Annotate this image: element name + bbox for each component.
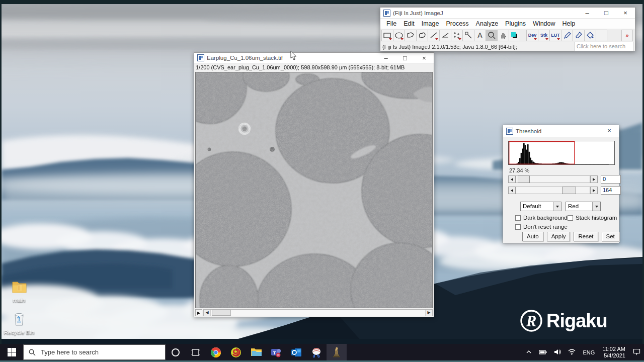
search-icon — [29, 349, 36, 356]
point-tool[interactable] — [451, 30, 462, 41]
imagej-taskbar-button[interactable] — [327, 344, 347, 360]
text-tool[interactable]: A — [474, 30, 486, 41]
threshold-titlebar[interactable]: Threshold × — [503, 125, 619, 137]
outlook-button[interactable] — [286, 344, 306, 360]
wand-tool[interactable] — [462, 30, 474, 41]
desktop-icon-recycle-bin[interactable]: Recycle Bin — [2, 311, 37, 335]
scroll-right-arrow[interactable]: ▶ — [425, 310, 432, 316]
wifi-icon[interactable] — [568, 349, 576, 356]
threshold-method-dropdown[interactable]: Default — [520, 202, 561, 211]
polygon-tool[interactable] — [405, 30, 416, 41]
media-app-button[interactable] — [226, 344, 246, 360]
angle-tool[interactable] — [439, 30, 451, 41]
snip-icon — [311, 347, 322, 358]
screen-top-edge — [0, 0, 644, 4]
more-tools-button[interactable]: » — [621, 30, 633, 41]
taskbar: Type here to search — [0, 344, 644, 360]
menu-process[interactable]: Process — [442, 20, 472, 27]
imagej-main-window: (Fiji Is Just) ImageJ – □ × File Edit Im… — [380, 7, 635, 51]
dont-reset-range-checkbox[interactable]: Don't reset range — [515, 224, 568, 230]
set-button[interactable]: Set — [602, 232, 619, 241]
flood-fill-tool[interactable] — [584, 30, 596, 41]
dropdown-arrow-icon[interactable] — [553, 202, 561, 211]
windows-logo-icon — [8, 348, 16, 356]
maximize-button[interactable]: □ — [395, 53, 415, 63]
slider-left-arrow[interactable] — [508, 175, 516, 183]
start-button[interactable] — [0, 344, 23, 360]
slider-right-arrow[interactable] — [590, 175, 598, 183]
slider-left-arrow[interactable] — [508, 187, 516, 194]
outlook-icon — [291, 347, 302, 358]
min-threshold-slider[interactable]: 0 — [508, 175, 621, 183]
action-center-icon[interactable] — [633, 348, 640, 356]
battery-icon[interactable] — [539, 349, 547, 356]
taskbar-clock[interactable]: 11:02 AM 5/4/2021 — [602, 346, 625, 359]
close-button[interactable]: × — [600, 125, 619, 137]
menu-file[interactable]: File — [383, 20, 400, 27]
menu-edit[interactable]: Edit — [400, 20, 418, 27]
minimize-button[interactable]: – — [376, 53, 395, 63]
reset-button[interactable]: Reset — [574, 232, 598, 241]
speaker-icon[interactable] — [554, 349, 561, 356]
cortana-icon — [171, 348, 180, 357]
scroll-left-arrow[interactable]: ◀ — [204, 310, 211, 316]
lut-tool[interactable]: LUT — [549, 30, 561, 41]
stack-image-window: Earplug_Cu_1.06um_stack.tif – □ × 1/200 … — [194, 52, 434, 317]
oval-tool[interactable] — [393, 30, 405, 41]
apply-button[interactable]: Apply — [547, 232, 571, 241]
threshold-display-dropdown[interactable]: Red — [566, 202, 601, 211]
menu-analyze[interactable]: Analyze — [472, 20, 502, 27]
maximize-button[interactable]: □ — [597, 8, 616, 18]
scroll-thumb[interactable] — [212, 310, 231, 316]
freehand-tool[interactable] — [416, 30, 428, 41]
snip-app-button[interactable] — [306, 344, 327, 360]
max-threshold-slider[interactable]: 164 — [508, 187, 621, 194]
taskbar-search-box[interactable]: Type here to search — [23, 344, 166, 360]
dropdown-arrow-icon[interactable] — [592, 202, 600, 211]
desktop-icon-main[interactable]: main — [2, 279, 37, 303]
dev-tool[interactable]: Dev — [526, 30, 538, 41]
close-button[interactable]: × — [616, 8, 635, 18]
stk-tool[interactable]: Stk — [538, 30, 549, 41]
menu-help[interactable]: Help — [559, 20, 579, 27]
imagej-taskbar-icon — [332, 346, 342, 358]
tray-chevron-icon[interactable] — [526, 349, 532, 356]
imagej-titlebar[interactable]: (Fiji Is Just) ImageJ – □ × — [380, 8, 635, 19]
slider-right-arrow[interactable] — [590, 187, 598, 194]
svg-text:A: A — [477, 31, 482, 39]
min-threshold-field[interactable]: 0 — [601, 175, 621, 184]
zoom-tool[interactable] — [486, 30, 497, 41]
dark-background-checkbox[interactable]: Dark background — [515, 215, 568, 221]
line-tool[interactable] — [428, 30, 439, 41]
file-explorer-button[interactable] — [246, 344, 266, 360]
stack-play-button[interactable]: ▶ — [195, 309, 202, 316]
chrome-taskbar-button[interactable] — [206, 344, 226, 360]
menu-image[interactable]: Image — [418, 20, 443, 27]
close-button[interactable]: × — [415, 53, 434, 63]
brush-tool[interactable] — [573, 30, 584, 41]
task-view-button[interactable] — [186, 344, 206, 360]
scroll-track[interactable] — [211, 310, 425, 316]
stack-slice-scrollbar[interactable]: ◀ ▶ — [203, 309, 433, 316]
chrome-icon — [210, 347, 221, 358]
task-view-icon — [191, 348, 200, 357]
svg-text:R: R — [526, 312, 537, 330]
language-indicator[interactable]: ENG — [583, 349, 595, 355]
tray-date: 5/4/2021 — [602, 352, 625, 359]
cortana-button[interactable] — [166, 344, 186, 360]
imagej-search-box[interactable]: Click here to search — [574, 42, 633, 51]
teams-button[interactable]: T — [266, 344, 286, 360]
menu-window[interactable]: Window — [529, 20, 558, 27]
stack-window-titlebar[interactable]: Earplug_Cu_1.06um_stack.tif – □ × — [194, 53, 434, 63]
menu-plugins[interactable]: Plugins — [502, 20, 529, 27]
rectangle-tool[interactable] — [381, 30, 393, 41]
swirl-icon — [230, 347, 242, 358]
hand-tool[interactable] — [497, 30, 509, 41]
minimize-button[interactable]: – — [578, 8, 597, 18]
auto-button[interactable]: Auto — [522, 232, 543, 241]
color-picker-tool[interactable] — [509, 30, 520, 41]
stack-histogram-checkbox[interactable]: Stack histogram — [568, 215, 617, 221]
stack-image-canvas[interactable] — [195, 72, 433, 308]
pencil-tool[interactable] — [561, 30, 573, 41]
max-threshold-field[interactable]: 164 — [601, 186, 621, 195]
